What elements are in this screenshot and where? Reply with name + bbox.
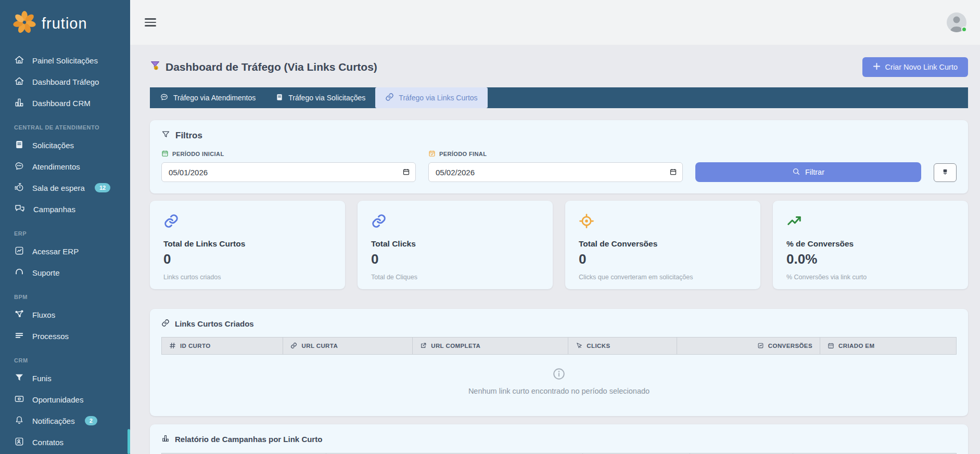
chat-icon <box>160 93 169 103</box>
sidebar-item-label: Processos <box>32 332 69 341</box>
stat-value: 0 <box>579 251 747 267</box>
sidebar-section-bpm: BPM <box>0 287 130 307</box>
sidebar-item-funis[interactable]: Funis <box>0 371 130 385</box>
sidebar-item-contatos[interactable]: Contatos <box>0 435 130 449</box>
sidebar-item-label: Fluxos <box>32 310 55 319</box>
create-short-link-button[interactable]: Criar Novo Link Curto <box>862 57 968 77</box>
col-criado-em: CRIADO EM <box>820 338 956 354</box>
period-end-label: PERÍODO FINAL <box>428 150 683 158</box>
main-area: $ Dashboard de Tráfego (Via Links Curtos… <box>130 0 980 454</box>
tab-label: Tráfego via Solicitações <box>288 94 365 102</box>
frution-flower-icon <box>12 10 36 36</box>
col-clicks: CLICKS <box>568 338 677 354</box>
sidebar-item-label: Dashboard CRM <box>32 99 91 108</box>
title-row: $ Dashboard de Tráfego (Via Links Curtos… <box>150 53 968 87</box>
date-picker-icon[interactable] <box>669 168 677 178</box>
sidebar-section-crm: CRM <box>0 350 130 371</box>
col-conversoes: CONVERSÕES <box>677 338 820 354</box>
stat-value: 0 <box>371 251 539 267</box>
chat-icon <box>14 161 24 173</box>
filters-row: PERÍODO INICIAL PERÍODO FINAL <box>161 150 957 182</box>
page-title-text: Dashboard de Tráfego (Via Links Curtos) <box>166 61 377 73</box>
sidebar-item-suporte[interactable]: Suporte <box>0 265 130 280</box>
home-icon <box>14 55 24 67</box>
traffic-tabs: Tráfego via Atendimentos Tráfego via Sol… <box>150 87 968 108</box>
sidebar-item-label: Atendimentos <box>32 162 80 171</box>
sidebar-item-label: Notificações <box>32 417 75 425</box>
links-table: ID CURTO URL CURTA URL COMPLETA CLI <box>161 337 957 405</box>
tab-trafego-links-curtos[interactable]: Tráfego via Links Curtos <box>375 87 487 108</box>
sidebar-item-painel-solicitacoes[interactable]: Painel Solicitações <box>0 53 130 68</box>
logo[interactable]: frution <box>0 0 130 46</box>
tab-trafego-solicitacoes[interactable]: Tráfego via Solicitações <box>265 87 375 108</box>
filter-funnel-icon <box>161 130 170 141</box>
sidebar-item-processos[interactable]: Processos <box>0 329 130 343</box>
page-title: $ Dashboard de Tráfego (Via Links Curtos… <box>150 60 377 74</box>
stat-caption: % Conversões via link curto <box>786 274 954 281</box>
tab-trafego-atendimentos[interactable]: Tráfego via Atendimentos <box>150 87 265 108</box>
headset-icon <box>14 267 24 279</box>
filter-button[interactable]: Filtrar <box>695 162 921 182</box>
sidebar-item-label: Oportunidades <box>32 395 83 404</box>
link-icon <box>371 222 387 230</box>
empty-state-message: Nenhum link curto encontrado no período … <box>468 387 650 395</box>
hash-icon <box>169 342 176 350</box>
funnel-icon <box>14 372 24 384</box>
stat-card-total-links: Total de Links Curtos 0 Links curtos cri… <box>150 201 345 289</box>
date-picker-icon[interactable] <box>402 168 410 178</box>
stat-caption: Clicks que converteram em solicitações <box>579 274 747 281</box>
chat-double-icon <box>14 203 26 216</box>
stat-title: Total de Links Curtos <box>163 239 332 249</box>
create-button-label: Criar Novo Link Curto <box>885 63 958 71</box>
svg-text:$: $ <box>155 67 157 70</box>
page-content: $ Dashboard de Tráfego (Via Links Curtos… <box>130 45 980 454</box>
sidebar-item-dashboard-trafego[interactable]: Dashboard Tráfego <box>0 74 130 89</box>
funnel-dollar-icon: $ <box>150 60 161 74</box>
period-start-label: PERÍODO INICIAL <box>161 150 416 158</box>
brush-icon <box>941 168 949 178</box>
sidebar-item-label: Funis <box>32 374 52 383</box>
sidebar-item-campanhas[interactable]: Campanhas <box>0 202 130 216</box>
sidebar-nav: Painel Solicitações Dashboard Tráfego Da… <box>0 46 130 449</box>
info-icon <box>552 367 566 383</box>
filter-button-label: Filtrar <box>805 168 824 176</box>
sidebar-item-label: Painel Solicitações <box>32 56 98 65</box>
online-status-dot <box>961 27 967 32</box>
link-icon <box>290 342 297 350</box>
link-icon <box>385 93 394 103</box>
sidebar-item-label: Sala de espera <box>32 184 85 192</box>
sidebar-item-solicitacoes[interactable]: Solicitações <box>0 138 130 152</box>
sidebar-item-label: Suporte <box>32 268 60 277</box>
chart-square-icon <box>757 342 764 350</box>
sidebar-item-label: Solicitações <box>32 141 74 150</box>
tab-label: Tráfego via Links Curtos <box>399 94 477 102</box>
sidebar-item-sala-de-espera[interactable]: Sala de espera 12 <box>0 180 130 195</box>
filters-panel: Filtros PERÍODO INICIAL <box>150 120 968 193</box>
network-icon <box>14 309 24 321</box>
sidebar-item-fluxos[interactable]: Fluxos <box>0 307 130 322</box>
col-url-curta: URL CURTA <box>283 338 413 354</box>
period-start-input[interactable] <box>161 162 416 182</box>
stats-row: Total de Links Curtos 0 Links curtos cri… <box>150 201 968 289</box>
menu-toggle-icon[interactable] <box>145 18 156 27</box>
sidebar-item-acessar-erp[interactable]: Acessar ERP <box>0 244 130 258</box>
period-end-input[interactable] <box>428 162 683 182</box>
clear-filter-button[interactable] <box>934 163 957 182</box>
sidebar-item-label: Contatos <box>32 438 63 447</box>
target-icon <box>579 222 594 230</box>
sidebar-item-atendimentos[interactable]: Atendimentos <box>0 159 130 174</box>
book-icon <box>275 93 284 103</box>
sidebar-item-dashboard-crm[interactable]: Dashboard CRM <box>0 96 130 110</box>
user-avatar[interactable] <box>947 12 966 32</box>
report-title: Relatório de Campanhas por Link Curto <box>161 434 957 444</box>
sidebar-item-oportunidades[interactable]: $ Oportunidades <box>0 392 130 407</box>
app-window: frution Painel Solicitações Dashboard Tr… <box>0 0 980 454</box>
empty-state: Nenhum link curto encontrado no período … <box>161 355 957 405</box>
sidebar-scrollbar-thumb[interactable] <box>128 429 130 454</box>
sidebar-item-notificacoes[interactable]: Notificações 2 <box>0 413 130 428</box>
sidebar-item-label: Campanhas <box>33 205 75 214</box>
list-icon <box>14 330 24 342</box>
stat-card-total-conversoes: Total de Conversões 0 Clicks que convert… <box>565 201 760 289</box>
filters-title: Filtros <box>161 130 957 141</box>
col-id-curto: ID CURTO <box>162 338 283 354</box>
